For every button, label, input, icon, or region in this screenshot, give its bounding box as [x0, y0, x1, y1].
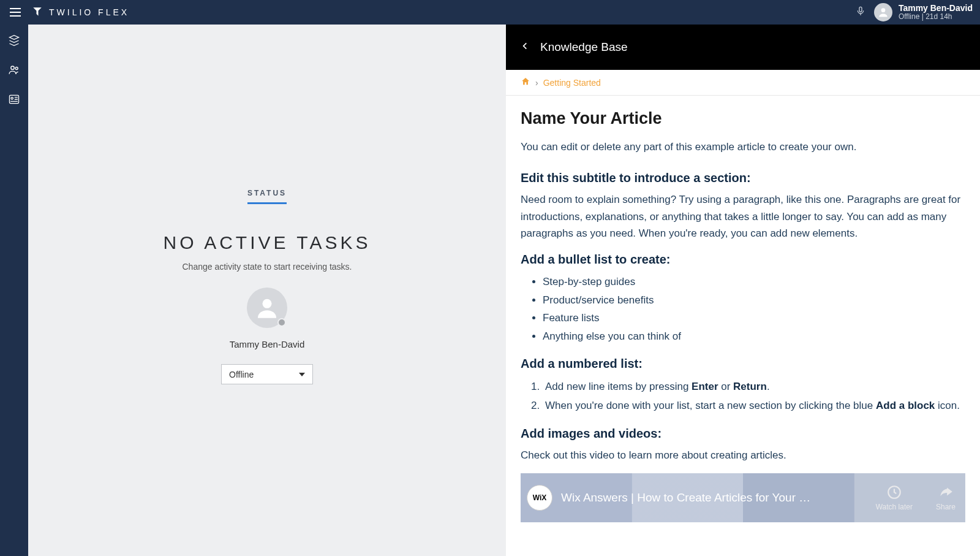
breadcrumb-sep: ›: [535, 78, 538, 88]
avatar-icon: [874, 3, 892, 21]
menu-icon[interactable]: [7, 8, 18, 17]
svg-point-2: [11, 66, 14, 69]
video-title: Wix Answers | How to Create Articles for…: [561, 491, 818, 505]
share-button[interactable]: Share: [936, 484, 956, 511]
sidebar-item-queues[interactable]: [7, 92, 21, 107]
user-text: Tammy Ben-David Offline | 21d 14h: [899, 3, 973, 21]
list-item: When you're done with your list, start a…: [543, 396, 965, 415]
article-title: Name Your Article: [521, 109, 965, 128]
microphone-icon[interactable]: [856, 5, 865, 20]
list-item: Feature lists: [543, 309, 965, 327]
video-embed[interactable]: WiX Wix Answers | How to Create Articles…: [521, 473, 965, 522]
breadcrumb-link[interactable]: Getting Started: [543, 78, 601, 88]
section-subtitle-intro: Edit this subtitle to introduce a sectio…: [521, 171, 965, 185]
section-paragraph-intro: Need room to explain something? Try usin…: [521, 191, 965, 242]
status-dropdown[interactable]: Offline: [221, 364, 313, 384]
article-intro: You can edit or delete any part of this …: [521, 139, 965, 155]
status-tab[interactable]: STATUS: [247, 189, 287, 204]
chevron-down-icon: [299, 373, 305, 376]
section-paragraph-media: Check out this video to learn more about…: [521, 447, 965, 463]
flex-logo-icon: [32, 6, 43, 19]
presence-indicator-icon: [277, 318, 286, 327]
status-value: Offline: [229, 370, 254, 379]
svg-point-1: [881, 8, 886, 12]
list-item: Step-by-step guides: [543, 273, 965, 291]
no-tasks-subtext: Change activity state to start receiving…: [182, 262, 352, 272]
kb-title: Knowledge Base: [540, 40, 628, 54]
nav-sidebar: [0, 25, 28, 556]
bullet-list: Step-by-step guides Product/service bene…: [521, 273, 965, 346]
knowledge-panel: Knowledge Base › Getting Started Name Yo…: [506, 25, 980, 556]
svg-point-3: [15, 67, 18, 70]
list-item: Add new line items by pressing Enter or …: [543, 377, 965, 396]
app-header: TWILIO FLEX Tammy Ben-David Offline | 21…: [0, 0, 980, 25]
svg-point-6: [263, 299, 272, 308]
no-tasks-heading: NO ACTIVE TASKS: [164, 232, 371, 253]
kb-header: Knowledge Base: [506, 25, 980, 70]
tasks-panel: STATUS NO ACTIVE TASKS Change activity s…: [28, 25, 506, 556]
brand-text: TWILIO FLEX: [49, 7, 129, 17]
numbered-list: Add new line items by pressing Enter or …: [521, 377, 965, 416]
agent-avatar: [247, 288, 287, 328]
user-status: Offline | 21d 14h: [899, 13, 973, 21]
section-subtitle-media: Add images and videos:: [521, 427, 965, 441]
sidebar-item-teams[interactable]: [7, 63, 21, 77]
back-icon[interactable]: [521, 40, 529, 54]
user-name: Tammy Ben-David: [899, 3, 973, 13]
channel-badge-icon: WiX: [527, 485, 552, 511]
list-item: Product/service benefits: [543, 291, 965, 310]
brand: TWILIO FLEX: [32, 6, 129, 19]
section-subtitle-bullets: Add a bullet list to create:: [521, 253, 965, 267]
agent-name: Tammy Ben-David: [230, 339, 305, 349]
breadcrumb: › Getting Started: [506, 70, 980, 96]
watch-later-button[interactable]: Watch later: [876, 484, 913, 511]
svg-point-5: [11, 97, 13, 99]
article-body: Name Your Article You can edit or delete…: [506, 96, 980, 536]
list-item: Anything else you can think of: [543, 327, 965, 346]
home-icon[interactable]: [521, 77, 530, 88]
section-subtitle-numbered: Add a numbered list:: [521, 357, 965, 371]
svg-rect-0: [859, 7, 862, 12]
user-menu[interactable]: Tammy Ben-David Offline | 21d 14h: [874, 3, 973, 21]
sidebar-item-tasks[interactable]: [7, 33, 21, 48]
